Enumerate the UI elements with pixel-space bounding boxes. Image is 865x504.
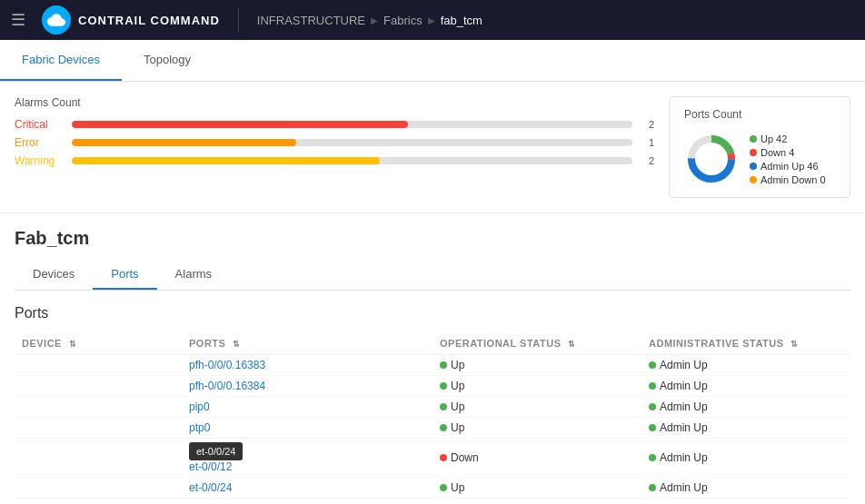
breadcrumb-arrow-2: ▶ — [428, 15, 435, 25]
breadcrumb-arrow-1: ▶ — [371, 15, 378, 25]
legend-up: Up 42 — [750, 133, 826, 144]
col-header-device: DEVICE ⇅ — [15, 332, 182, 355]
cloud-svg — [47, 11, 65, 29]
section-title: Ports — [15, 291, 850, 332]
donut-chart — [684, 132, 739, 186]
sub-tabs: Devices Ports Alarms — [15, 260, 850, 291]
port-link-4[interactable]: et-0/0/12 — [189, 460, 232, 473]
cell-op-0: Up — [432, 355, 641, 376]
sort-icon-op-status[interactable]: ⇅ — [568, 340, 576, 349]
legend-dot-up — [750, 135, 757, 143]
tab-fabric-devices[interactable]: Fabric Devices — [0, 40, 122, 81]
main-tabs-bar: Fabric Devices Topology — [0, 40, 865, 82]
legend-dot-admin-down — [750, 176, 757, 183]
cell-port-5: et-0/0/24 — [182, 478, 432, 499]
table-row: ptp0 Up Admin Up — [15, 418, 850, 439]
sort-icon-admin-status[interactable]: ⇅ — [790, 340, 799, 349]
legend-label-up: Up 42 — [761, 133, 787, 144]
alarm-bar-container-critical — [72, 121, 632, 128]
cell-device-4 — [15, 439, 182, 478]
cell-admin-6: Admin Up — [641, 499, 850, 505]
legend-down: Down 4 — [750, 147, 826, 158]
alarm-bar-warning — [72, 157, 380, 164]
alarms-title: Alarms Count — [15, 96, 654, 109]
sub-tab-ports[interactable]: Ports — [93, 260, 156, 290]
sort-icon-ports[interactable]: ⇅ — [233, 340, 241, 349]
breadcrumb-fabrics[interactable]: Fabrics — [383, 14, 423, 27]
brand-logo: CONTRAIL COMMAND — [42, 5, 220, 35]
cell-port-4: et-0/0/24 et-0/0/12 — [182, 439, 432, 478]
col-header-ports: PORTS ⇅ — [182, 332, 432, 355]
cell-port-6: et-0/0/30 — [182, 499, 432, 505]
alarms-box: Alarms Count Critical 2 Error 1 Warning … — [15, 96, 654, 198]
legend-label-admin-down: Admin Down 0 — [761, 174, 826, 185]
ports-legend: Up 42 Down 4 Admin Up 46 Admin Down 0 — [750, 133, 826, 185]
alarm-bar-critical — [72, 121, 408, 128]
sort-icon-device[interactable]: ⇅ — [69, 340, 77, 349]
alarm-row-warning: Warning 2 — [15, 154, 654, 167]
legend-admin-down: Admin Down 0 — [750, 174, 826, 185]
admin-dot-2 — [649, 403, 656, 410]
legend-dot-down — [750, 149, 757, 156]
admin-dot-5 — [649, 484, 656, 491]
breadcrumb-infrastructure[interactable]: INFRASTRUCTURE — [257, 14, 365, 27]
nav-separator — [238, 7, 239, 33]
tab-topology[interactable]: Topology — [122, 40, 213, 81]
fabric-title: Fab_tcm — [15, 228, 850, 249]
alarm-row-critical: Critical 2 — [15, 118, 654, 131]
cell-port-0: pfh-0/0/0.16383 — [182, 355, 432, 376]
cell-port-1: pfh-0/0/0.16384 — [182, 376, 432, 397]
status-dot-2 — [440, 403, 447, 410]
sub-tab-devices[interactable]: Devices — [15, 260, 93, 290]
sub-tab-alarms[interactable]: Alarms — [157, 260, 230, 290]
alarm-count-critical: 2 — [640, 119, 654, 130]
alarm-bar-container-error — [72, 139, 632, 146]
status-dot-3 — [440, 424, 447, 431]
legend-admin-up: Admin Up 46 — [750, 161, 826, 172]
cell-op-6: Up — [432, 499, 641, 505]
alarm-bar-container-warning — [72, 157, 632, 164]
ports-count-box: Ports Count — [669, 96, 850, 198]
col-header-admin-status: ADMINISTRATIVE STATUS ⇅ — [641, 332, 850, 355]
menu-icon[interactable]: ☰ — [11, 10, 25, 30]
port-link-2[interactable]: pip0 — [189, 400, 210, 413]
cell-device-1 — [15, 376, 182, 397]
port-link-0[interactable]: pfh-0/0/0.16383 — [189, 359, 265, 371]
table-row: pfh-0/0/0.16384 Up Admin Up — [15, 376, 850, 397]
status-dot-1 — [440, 382, 447, 390]
table-row: pip0 Up Admin Up — [15, 397, 850, 418]
cell-device-3 — [15, 418, 182, 439]
fabric-title-section: Fab_tcm Devices Ports Alarms — [0, 213, 865, 291]
cell-admin-4: Admin Up — [641, 439, 850, 478]
alarm-label-error: Error — [15, 136, 65, 149]
cell-admin-3: Admin Up — [641, 418, 850, 439]
cell-device-5 — [15, 478, 182, 499]
top-navigation: ☰ CONTRAIL COMMAND INFRASTRUCTURE ▶ Fabr… — [0, 0, 865, 40]
port-link-3[interactable]: ptp0 — [189, 421, 210, 434]
port-link-5[interactable]: et-0/0/24 — [189, 481, 232, 494]
breadcrumb: INFRASTRUCTURE ▶ Fabrics ▶ fab_tcm — [257, 14, 482, 27]
table-body: pfh-0/0/0.16383 Up Admin Up pfh-0/0/0.16… — [15, 355, 850, 505]
summary-section: Alarms Count Critical 2 Error 1 Warning … — [0, 82, 865, 213]
admin-dot-3 — [649, 424, 656, 431]
cloud-logo-icon — [42, 5, 71, 35]
tooltip-box: et-0/0/24 — [189, 442, 243, 460]
table-row: et-0/0/24 Up Admin Up — [15, 478, 850, 499]
admin-dot-1 — [649, 382, 656, 390]
alarm-bar-error — [72, 139, 296, 146]
legend-label-down: Down 4 — [761, 147, 794, 158]
cell-op-3: Up — [432, 418, 641, 439]
breadcrumb-current: fab_tcm — [441, 14, 482, 27]
cell-op-2: Up — [432, 397, 641, 418]
alarm-count-warning: 2 — [640, 155, 654, 166]
cell-port-3: ptp0 — [182, 418, 432, 439]
legend-label-admin-up: Admin Up 46 — [761, 161, 819, 172]
table-header-row: DEVICE ⇅ PORTS ⇅ OPERATIONAL STATUS ⇅ AD… — [15, 332, 850, 355]
status-dot-0 — [440, 361, 447, 369]
legend-dot-admin-up — [750, 163, 757, 170]
cell-device-2 — [15, 397, 182, 418]
ports-table: DEVICE ⇅ PORTS ⇅ OPERATIONAL STATUS ⇅ AD… — [15, 332, 850, 504]
alarm-label-critical: Critical — [15, 118, 65, 131]
cell-device-0 — [15, 355, 182, 376]
port-link-1[interactable]: pfh-0/0/0.16384 — [189, 380, 265, 392]
